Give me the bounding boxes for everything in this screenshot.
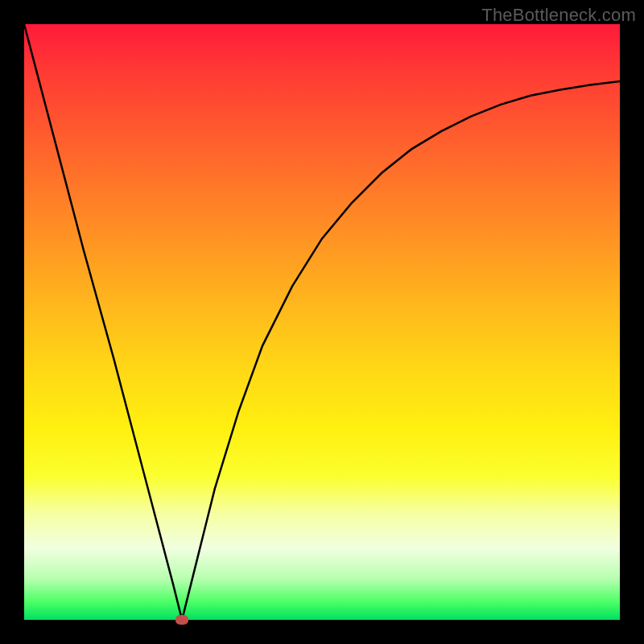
curve-svg [24, 24, 620, 620]
optimal-marker [175, 615, 188, 625]
chart-frame [24, 24, 620, 620]
bottleneck-curve-path [24, 24, 620, 620]
plot-area [24, 24, 620, 620]
watermark-text: TheBottleneck.com [481, 5, 636, 26]
